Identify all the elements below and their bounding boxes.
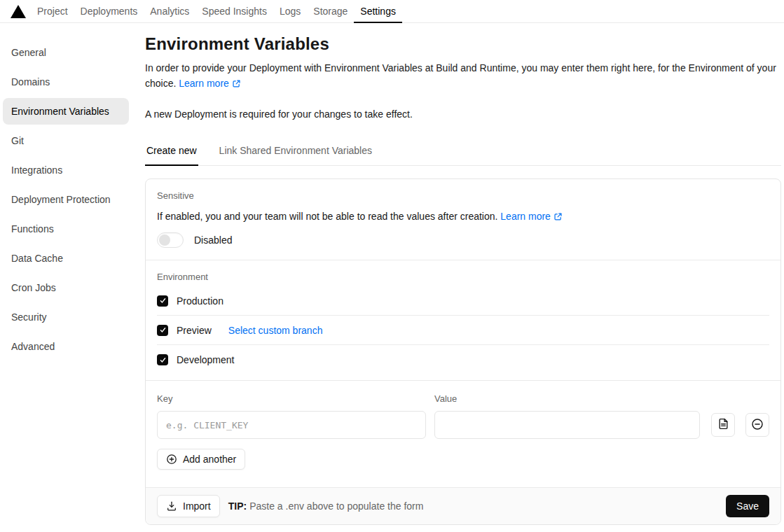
settings-sidebar: General Domains Environment Variables Gi… — [0, 23, 140, 532]
checkbox-preview[interactable] — [157, 325, 168, 336]
checkbox-label-preview: Preview — [177, 325, 212, 336]
sensitive-section: Sensitive If enabled, you and your team … — [146, 179, 780, 260]
sidebar-item-cron-jobs[interactable]: Cron Jobs — [3, 274, 129, 301]
paste-env-button[interactable] — [711, 413, 735, 437]
sensitive-toggle-state: Disabled — [194, 234, 232, 246]
top-nav: Project Deployments Analytics Speed Insi… — [31, 0, 402, 22]
vercel-triangle-icon — [11, 5, 26, 18]
main-content: Environment Variables In order to provid… — [140, 23, 784, 532]
external-link-icon — [553, 211, 563, 225]
tip-label: TIP: — [228, 500, 247, 512]
checkbox-label-production: Production — [177, 295, 223, 307]
nav-item-project[interactable]: Project — [31, 0, 74, 23]
sensitive-toggle[interactable] — [157, 232, 184, 248]
value-input[interactable] — [434, 411, 700, 439]
page-title: Environment Variables — [145, 34, 781, 54]
paste-document-icon — [717, 418, 729, 432]
sensitive-learn-more-link[interactable]: Learn more — [500, 211, 563, 222]
key-label: Key — [157, 393, 426, 405]
select-custom-branch-link[interactable]: Select custom branch — [228, 325, 323, 336]
toggle-knob-icon — [159, 234, 170, 246]
learn-more-link[interactable]: Learn more — [179, 78, 241, 89]
sidebar-item-general[interactable]: General — [3, 39, 129, 66]
nav-item-analytics[interactable]: Analytics — [144, 0, 195, 23]
environment-options: Production Preview Select custom branch … — [157, 286, 769, 374]
add-another-label: Add another — [183, 454, 236, 465]
sensitive-description: If enabled, you and your team will not b… — [157, 209, 769, 225]
remove-row-button[interactable] — [745, 413, 769, 437]
nav-item-deployments[interactable]: Deployments — [74, 0, 144, 23]
sidebar-item-data-cache[interactable]: Data Cache — [3, 245, 129, 272]
env-row-production: Production — [157, 286, 769, 316]
checkbox-production[interactable] — [157, 295, 168, 307]
nav-item-logs[interactable]: Logs — [273, 0, 307, 23]
deployment-note: A new Deployment is required for your ch… — [145, 108, 781, 120]
sensitive-toggle-row: Disabled — [157, 232, 769, 248]
env-var-tabs: Create new Link Shared Environment Varia… — [145, 139, 781, 166]
key-input[interactable] — [157, 411, 426, 439]
value-label: Value — [434, 393, 700, 405]
add-another-button[interactable]: Add another — [157, 449, 245, 470]
sensitive-description-text: If enabled, you and your team will not b… — [157, 211, 497, 222]
env-row-preview: Preview Select custom branch — [157, 316, 769, 345]
import-tip: TIP:Paste a .env above to populate the f… — [228, 500, 424, 512]
create-env-var-card: Sensitive If enabled, you and your team … — [145, 178, 781, 525]
import-download-icon — [166, 500, 177, 512]
vercel-logo[interactable] — [0, 0, 31, 22]
environment-section: Environment Production Preview Select cu… — [146, 260, 780, 380]
checkbox-label-development: Development — [177, 354, 235, 365]
save-button[interactable]: Save — [726, 495, 769, 517]
import-label: Import — [183, 500, 211, 512]
import-button[interactable]: Import — [157, 495, 220, 517]
nav-item-speed-insights[interactable]: Speed Insights — [195, 0, 273, 23]
sidebar-item-advanced[interactable]: Advanced — [3, 333, 129, 360]
sidebar-item-integrations[interactable]: Integrations — [3, 157, 129, 183]
nav-item-storage[interactable]: Storage — [307, 0, 354, 23]
sidebar-item-security[interactable]: Security — [3, 304, 129, 330]
remove-row-icon — [751, 418, 764, 433]
tip-text: Paste a .env above to populate the form — [249, 500, 423, 512]
env-row-development: Development — [157, 345, 769, 374]
top-nav-bar: Project Deployments Analytics Speed Insi… — [0, 0, 784, 23]
sidebar-item-functions[interactable]: Functions — [3, 216, 129, 242]
checkbox-development[interactable] — [157, 354, 168, 365]
tab-create-new[interactable]: Create new — [145, 139, 198, 166]
learn-more-label: Learn more — [179, 78, 229, 89]
sidebar-item-deployment-protection[interactable]: Deployment Protection — [3, 186, 129, 213]
key-value-section: Key Value Add another — [146, 381, 780, 487]
sidebar-item-environment-variables[interactable]: Environment Variables — [3, 98, 129, 125]
environment-label: Environment — [157, 272, 769, 282]
sidebar-item-git[interactable]: Git — [3, 127, 129, 154]
external-link-icon — [232, 77, 241, 92]
sensitive-learn-more-label: Learn more — [500, 211, 551, 222]
sensitive-label: Sensitive — [157, 190, 769, 201]
card-footer: Import TIP:Paste a .env above to populat… — [146, 487, 780, 524]
add-icon — [166, 454, 177, 465]
page-description: In order to provide your Deployment with… — [145, 60, 779, 92]
tab-link-shared-env-vars[interactable]: Link Shared Environment Variables — [218, 139, 373, 166]
nav-item-settings[interactable]: Settings — [354, 0, 402, 23]
sidebar-item-domains[interactable]: Domains — [3, 69, 129, 95]
